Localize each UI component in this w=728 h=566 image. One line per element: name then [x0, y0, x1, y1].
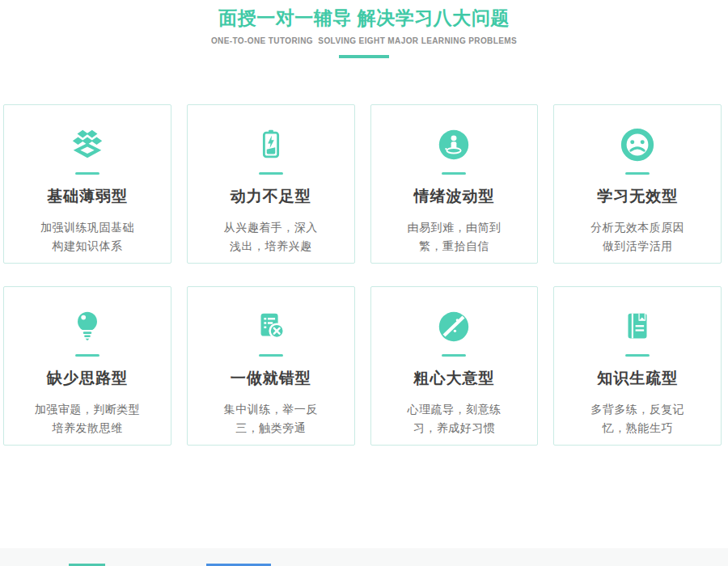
card-description-line2: 三，触类旁通 — [235, 421, 306, 434]
card-description: 多背多练，反复记 忆，熟能生巧 — [554, 400, 721, 437]
card-description-line1: 集中训练，举一反 — [224, 403, 318, 416]
problem-card: 学习无效型 分析无效本质原因 做到活学活用 — [553, 104, 722, 264]
card-icon-wrap — [371, 126, 538, 163]
card-description-line1: 由易到难，由简到 — [407, 221, 501, 234]
card-description: 分析无效本质原因 做到活学活用 — [554, 218, 721, 256]
card-description-line1: 加强审题，判断类型 — [35, 403, 141, 416]
card-icon-wrap — [188, 126, 354, 163]
card-divider — [442, 354, 466, 357]
card-description-line1: 分析无效本质原因 — [590, 221, 684, 234]
problem-card: 一做就错型 集中训练，举一反 三，触类旁通 — [187, 286, 355, 446]
notebook-bookmark-icon — [619, 308, 656, 345]
slash-circle-icon — [435, 308, 472, 345]
card-description-line1: 从兴趣着手，深入 — [224, 221, 318, 234]
lightbulb-icon — [69, 308, 106, 345]
card-title: 情绪波动型 — [371, 186, 538, 207]
problem-card: 动力不足型 从兴趣着手，深入 浅出，培养兴趣 — [187, 104, 355, 264]
card-title: 粗心大意型 — [371, 368, 538, 389]
card-title: 基础薄弱型 — [4, 186, 171, 207]
card-description: 加强审题，判断类型 培养发散思维 — [4, 400, 171, 437]
section-subtitle: ONE-TO-ONE TUTORING SOLVING EIGHT MAJOR … — [0, 36, 728, 45]
card-description-line2: 培养发散思维 — [52, 421, 122, 434]
card-divider — [625, 172, 650, 175]
card-description-line2: 浅出，培养兴趣 — [230, 239, 312, 252]
card-description-line1: 加强训练巩固基础 — [40, 221, 134, 234]
card-description-line2: 习，养成好习惯 — [413, 421, 496, 434]
sad-face-icon — [619, 126, 656, 163]
error-list-icon — [252, 308, 290, 345]
card-divider — [259, 354, 283, 357]
card-icon-wrap — [554, 126, 721, 163]
card-description-line2: 做到活学活用 — [603, 239, 673, 252]
problem-cards-grid: 基础薄弱型 加强训练巩固基础 构建知识体系 动力不足型 从兴趣着手，深入 浅出，… — [3, 104, 722, 446]
card-icon-wrap — [371, 308, 538, 345]
card-title: 一做就错型 — [188, 368, 354, 389]
card-divider — [625, 354, 650, 357]
card-divider — [259, 172, 283, 175]
card-divider — [75, 172, 99, 175]
person-circle-icon — [435, 126, 472, 163]
card-description-line2: 忆，熟能生巧 — [603, 421, 673, 434]
card-divider — [75, 354, 99, 357]
card-icon-wrap — [188, 308, 354, 345]
card-icon-wrap — [4, 126, 171, 163]
problem-card: 缺少思路型 加强审题，判断类型 培养发散思维 — [3, 286, 171, 446]
stacked-boxes-icon — [69, 126, 106, 163]
problem-card: 情绪波动型 由易到难，由简到 繁，重拾自信 — [370, 104, 539, 264]
card-icon-wrap — [554, 308, 721, 345]
card-title: 缺少思路型 — [4, 368, 171, 389]
card-icon-wrap — [4, 308, 171, 345]
card-description: 从兴趣着手，深入 浅出，培养兴趣 — [188, 218, 354, 256]
problem-card: 粗心大意型 心理疏导，刻意练 习，养成好习惯 — [370, 286, 539, 446]
card-divider — [442, 172, 466, 175]
card-title: 学习无效型 — [554, 186, 721, 207]
card-title: 知识生疏型 — [554, 368, 721, 389]
card-description: 由易到难，由简到 繁，重拾自信 — [371, 218, 538, 256]
card-description-line1: 多背多练，反复记 — [590, 403, 684, 416]
tutoring-problems-section: 面授一对一辅导 解决学习八大问题 ONE-TO-ONE TUTORING SOL… — [0, 0, 728, 566]
problem-card: 基础薄弱型 加强训练巩固基础 构建知识体系 — [3, 104, 171, 264]
section-header: 面授一对一辅导 解决学习八大问题 ONE-TO-ONE TUTORING SOL… — [0, 0, 728, 58]
section-title: 面授一对一辅导 解决学习八大问题 — [0, 7, 728, 30]
card-description-line2: 构建知识体系 — [52, 239, 122, 252]
card-description: 心理疏导，刻意练 习，养成好习惯 — [371, 400, 538, 437]
card-description-line2: 繁，重拾自信 — [419, 239, 489, 252]
card-description: 加强训练巩固基础 构建知识体系 — [4, 218, 171, 256]
card-description: 集中训练，举一反 三，触类旁通 — [188, 400, 354, 437]
battery-charging-icon — [252, 126, 290, 163]
next-section-strip — [0, 548, 728, 566]
card-title: 动力不足型 — [188, 186, 354, 207]
card-description-line1: 心理疏导，刻意练 — [407, 403, 501, 416]
problem-card: 知识生疏型 多背多练，反复记 忆，熟能生巧 — [553, 286, 722, 446]
title-underline — [339, 55, 389, 58]
